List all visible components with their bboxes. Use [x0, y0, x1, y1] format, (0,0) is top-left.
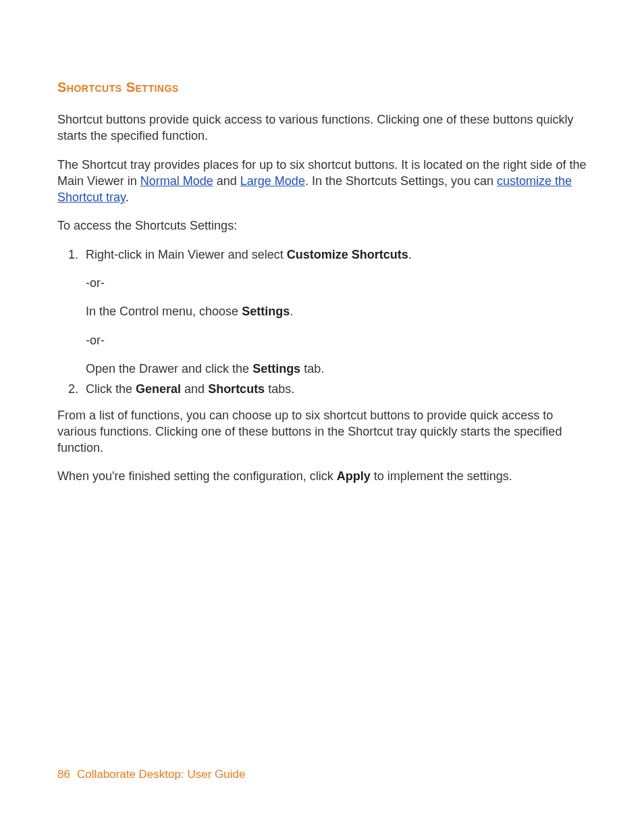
text-fragment: Click the: [86, 382, 136, 396]
text-fragment: .: [126, 190, 129, 204]
paragraph-post-2: When you're finished setting the configu…: [57, 468, 587, 484]
text-fragment: Right-click in Main Viewer and select: [86, 248, 287, 261]
step-1: Right-click in Main Viewer and select Cu…: [82, 246, 587, 377]
text-fragment: When you're finished setting the configu…: [57, 469, 337, 483]
paragraph-intro-2: The Shortcut tray provides places for up…: [57, 157, 587, 206]
text-fragment: . In the Shortcuts Settings, you can: [305, 174, 497, 188]
text-fragment: tab.: [300, 362, 324, 375]
page-content: Shortcuts Settings Shortcut buttons prov…: [0, 0, 644, 485]
bold-shortcuts: Shortcuts: [208, 382, 265, 396]
link-large-mode[interactable]: Large Mode: [240, 174, 305, 188]
or-separator: -or-: [86, 332, 587, 348]
text-fragment: .: [408, 248, 412, 261]
step-1-alt-2: Open the Drawer and click the Settings t…: [86, 361, 587, 377]
or-separator: -or-: [86, 275, 587, 291]
paragraph-post-1: From a list of functions, you can choose…: [57, 407, 587, 457]
ordered-steps: Right-click in Main Viewer and select Cu…: [57, 246, 587, 398]
section-heading: Shortcuts Settings: [57, 80, 587, 95]
bold-general: General: [136, 382, 181, 396]
paragraph-intro-1: Shortcut buttons provide quick access to…: [57, 111, 587, 145]
text-fragment: and: [181, 382, 208, 396]
text-fragment: tabs.: [265, 382, 294, 396]
text-fragment: .: [290, 305, 293, 318]
link-normal-mode[interactable]: Normal Mode: [140, 174, 213, 188]
bold-apply: Apply: [337, 469, 371, 483]
text-fragment: and: [213, 174, 240, 188]
text-fragment: In the Control menu, choose: [86, 305, 242, 318]
step-1-alt-1: In the Control menu, choose Settings.: [86, 303, 587, 319]
paragraph-access: To access the Shortcuts Settings:: [57, 217, 587, 234]
bold-customize-shortcuts: Customize Shortcuts: [287, 248, 408, 261]
bold-settings: Settings: [242, 305, 290, 318]
footer-title: Collaborate Desktop: User Guide: [77, 768, 245, 781]
page-footer: 86Collaborate Desktop: User Guide: [57, 768, 245, 781]
text-fragment: Open the Drawer and click the: [86, 362, 252, 375]
step-2: Click the General and Shortcuts tabs.: [82, 381, 587, 397]
page-number: 86: [57, 768, 70, 781]
bold-settings-tab: Settings: [252, 362, 300, 375]
text-fragment: to implement the settings.: [371, 469, 512, 483]
